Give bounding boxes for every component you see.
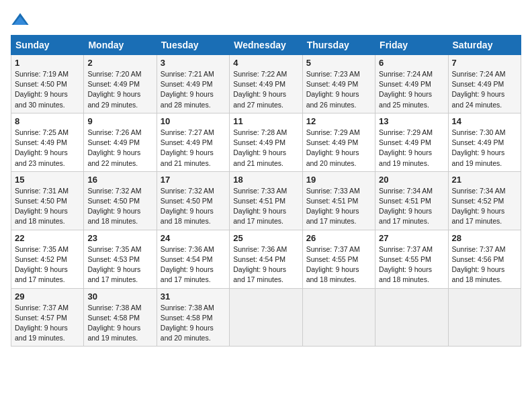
day-info: Sunrise: 7:34 AMSunset: 4:51 PMDaylight:… bbox=[379, 187, 433, 226]
day-info: Sunrise: 7:28 AMSunset: 4:49 PMDaylight:… bbox=[233, 128, 287, 167]
day-number: 20 bbox=[379, 175, 444, 185]
calendar-cell bbox=[230, 288, 302, 347]
calendar-cell bbox=[302, 288, 375, 347]
day-info: Sunrise: 7:38 AMSunset: 4:58 PMDaylight:… bbox=[87, 304, 141, 342]
day-info: Sunrise: 7:32 AMSunset: 4:50 PMDaylight:… bbox=[161, 187, 214, 226]
day-info: Sunrise: 7:35 AMSunset: 4:52 PMDaylight:… bbox=[15, 245, 69, 284]
day-number: 28 bbox=[452, 233, 517, 243]
day-number: 7 bbox=[452, 58, 517, 68]
calendar-cell: 14Sunrise: 7:30 AMSunset: 4:49 PMDayligh… bbox=[448, 113, 521, 171]
day-info: Sunrise: 7:29 AMSunset: 4:49 PMDaylight:… bbox=[306, 128, 360, 167]
calendar-header-row: SundayMondayTuesdayWednesdayThursdayFrid… bbox=[11, 36, 521, 55]
calendar-cell: 7Sunrise: 7:24 AMSunset: 4:49 PMDaylight… bbox=[448, 55, 521, 113]
calendar-cell: 31Sunrise: 7:38 AMSunset: 4:58 PMDayligh… bbox=[157, 288, 229, 347]
logo-icon bbox=[11, 11, 30, 30]
day-number: 2 bbox=[87, 58, 152, 68]
calendar-cell: 8Sunrise: 7:25 AMSunset: 4:49 PMDaylight… bbox=[11, 113, 84, 171]
day-info: Sunrise: 7:36 AMSunset: 4:54 PMDaylight:… bbox=[161, 245, 214, 284]
calendar-cell: 1Sunrise: 7:19 AMSunset: 4:50 PMDaylight… bbox=[11, 55, 84, 113]
calendar-cell bbox=[375, 288, 448, 347]
day-number: 17 bbox=[161, 175, 226, 185]
day-info: Sunrise: 7:19 AMSunset: 4:50 PMDaylight:… bbox=[15, 70, 69, 109]
day-number: 23 bbox=[87, 233, 152, 243]
day-info: Sunrise: 7:24 AMSunset: 4:49 PMDaylight:… bbox=[379, 70, 433, 109]
day-number: 8 bbox=[15, 116, 80, 126]
calendar-cell: 2Sunrise: 7:20 AMSunset: 4:49 PMDaylight… bbox=[84, 55, 157, 113]
day-number: 1 bbox=[15, 58, 80, 68]
day-info: Sunrise: 7:25 AMSunset: 4:49 PMDaylight:… bbox=[15, 128, 69, 167]
day-info: Sunrise: 7:37 AMSunset: 4:56 PMDaylight:… bbox=[452, 245, 506, 284]
day-info: Sunrise: 7:26 AMSunset: 4:49 PMDaylight:… bbox=[87, 128, 141, 167]
calendar-cell: 23Sunrise: 7:35 AMSunset: 4:53 PMDayligh… bbox=[84, 230, 157, 288]
day-info: Sunrise: 7:38 AMSunset: 4:58 PMDaylight:… bbox=[161, 304, 214, 342]
day-number: 12 bbox=[306, 116, 371, 126]
header-saturday: Saturday bbox=[448, 36, 521, 55]
day-number: 16 bbox=[87, 175, 152, 185]
day-number: 22 bbox=[15, 233, 80, 243]
calendar-cell: 28Sunrise: 7:37 AMSunset: 4:56 PMDayligh… bbox=[448, 230, 521, 288]
day-number: 13 bbox=[379, 116, 444, 126]
calendar-cell: 21Sunrise: 7:34 AMSunset: 4:52 PMDayligh… bbox=[448, 171, 521, 230]
calendar-week-row: 29Sunrise: 7:37 AMSunset: 4:57 PMDayligh… bbox=[11, 288, 521, 347]
calendar-cell: 4Sunrise: 7:22 AMSunset: 4:49 PMDaylight… bbox=[230, 55, 302, 113]
calendar-cell: 5Sunrise: 7:23 AMSunset: 4:49 PMDaylight… bbox=[302, 55, 375, 113]
day-number: 9 bbox=[87, 116, 152, 126]
calendar-table: SundayMondayTuesdayWednesdayThursdayFrid… bbox=[11, 35, 521, 347]
day-info: Sunrise: 7:22 AMSunset: 4:49 PMDaylight:… bbox=[233, 70, 287, 109]
calendar-cell: 26Sunrise: 7:37 AMSunset: 4:55 PMDayligh… bbox=[302, 230, 375, 288]
calendar-cell: 15Sunrise: 7:31 AMSunset: 4:50 PMDayligh… bbox=[11, 171, 84, 230]
day-number: 5 bbox=[306, 58, 371, 68]
header-thursday: Thursday bbox=[302, 36, 375, 55]
calendar-cell: 19Sunrise: 7:33 AMSunset: 4:51 PMDayligh… bbox=[302, 171, 375, 230]
day-info: Sunrise: 7:33 AMSunset: 4:51 PMDaylight:… bbox=[233, 187, 287, 226]
day-number: 19 bbox=[306, 175, 371, 185]
page-header bbox=[11, 11, 521, 30]
day-info: Sunrise: 7:37 AMSunset: 4:55 PMDaylight:… bbox=[379, 245, 433, 284]
day-info: Sunrise: 7:24 AMSunset: 4:49 PMDaylight:… bbox=[452, 70, 506, 109]
day-number: 26 bbox=[306, 233, 371, 243]
calendar-cell: 18Sunrise: 7:33 AMSunset: 4:51 PMDayligh… bbox=[230, 171, 302, 230]
calendar-cell: 3Sunrise: 7:21 AMSunset: 4:49 PMDaylight… bbox=[157, 55, 229, 113]
day-info: Sunrise: 7:37 AMSunset: 4:55 PMDaylight:… bbox=[306, 245, 360, 284]
calendar-cell: 25Sunrise: 7:36 AMSunset: 4:54 PMDayligh… bbox=[230, 230, 302, 288]
day-number: 25 bbox=[233, 233, 298, 243]
header-monday: Monday bbox=[84, 36, 157, 55]
calendar-cell: 30Sunrise: 7:38 AMSunset: 4:58 PMDayligh… bbox=[84, 288, 157, 347]
calendar-cell: 16Sunrise: 7:32 AMSunset: 4:50 PMDayligh… bbox=[84, 171, 157, 230]
calendar-cell: 10Sunrise: 7:27 AMSunset: 4:49 PMDayligh… bbox=[157, 113, 229, 171]
header-wednesday: Wednesday bbox=[230, 36, 302, 55]
calendar-cell: 13Sunrise: 7:29 AMSunset: 4:49 PMDayligh… bbox=[375, 113, 448, 171]
day-info: Sunrise: 7:30 AMSunset: 4:49 PMDaylight:… bbox=[452, 128, 506, 167]
day-number: 14 bbox=[452, 116, 517, 126]
calendar-cell: 6Sunrise: 7:24 AMSunset: 4:49 PMDaylight… bbox=[375, 55, 448, 113]
calendar-week-row: 22Sunrise: 7:35 AMSunset: 4:52 PMDayligh… bbox=[11, 230, 521, 288]
day-info: Sunrise: 7:34 AMSunset: 4:52 PMDaylight:… bbox=[452, 187, 506, 226]
day-info: Sunrise: 7:31 AMSunset: 4:50 PMDaylight:… bbox=[15, 187, 69, 226]
day-number: 21 bbox=[452, 175, 517, 185]
calendar-cell: 24Sunrise: 7:36 AMSunset: 4:54 PMDayligh… bbox=[157, 230, 229, 288]
logo bbox=[11, 11, 32, 30]
day-number: 27 bbox=[379, 233, 444, 243]
calendar-cell: 20Sunrise: 7:34 AMSunset: 4:51 PMDayligh… bbox=[375, 171, 448, 230]
calendar-cell: 29Sunrise: 7:37 AMSunset: 4:57 PMDayligh… bbox=[11, 288, 84, 347]
day-info: Sunrise: 7:35 AMSunset: 4:53 PMDaylight:… bbox=[87, 245, 141, 284]
calendar-cell: 27Sunrise: 7:37 AMSunset: 4:55 PMDayligh… bbox=[375, 230, 448, 288]
calendar-cell bbox=[448, 288, 521, 347]
day-info: Sunrise: 7:37 AMSunset: 4:57 PMDaylight:… bbox=[15, 304, 69, 342]
calendar-week-row: 8Sunrise: 7:25 AMSunset: 4:49 PMDaylight… bbox=[11, 113, 521, 171]
day-number: 18 bbox=[233, 175, 298, 185]
calendar-cell: 9Sunrise: 7:26 AMSunset: 4:49 PMDaylight… bbox=[84, 113, 157, 171]
calendar-cell: 17Sunrise: 7:32 AMSunset: 4:50 PMDayligh… bbox=[157, 171, 229, 230]
day-number: 29 bbox=[15, 291, 80, 302]
calendar-week-row: 1Sunrise: 7:19 AMSunset: 4:50 PMDaylight… bbox=[11, 55, 521, 113]
day-number: 10 bbox=[161, 116, 226, 126]
day-number: 11 bbox=[233, 116, 298, 126]
day-info: Sunrise: 7:33 AMSunset: 4:51 PMDaylight:… bbox=[306, 187, 360, 226]
header-friday: Friday bbox=[375, 36, 448, 55]
day-number: 6 bbox=[379, 58, 444, 68]
day-number: 31 bbox=[161, 291, 226, 302]
calendar-week-row: 15Sunrise: 7:31 AMSunset: 4:50 PMDayligh… bbox=[11, 171, 521, 230]
day-info: Sunrise: 7:36 AMSunset: 4:54 PMDaylight:… bbox=[233, 245, 287, 284]
day-number: 15 bbox=[15, 175, 80, 185]
day-number: 4 bbox=[233, 58, 298, 68]
